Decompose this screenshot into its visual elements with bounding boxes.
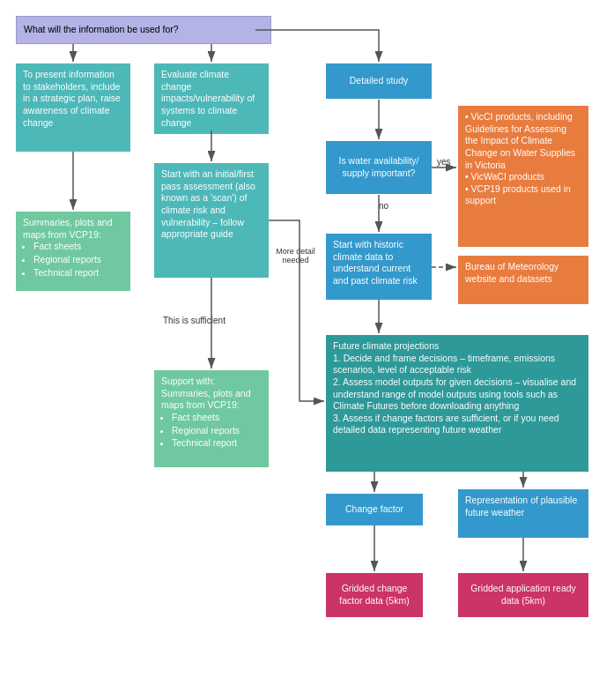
evaluate-box: Evaluate climate change impacts/vulnerab… xyxy=(154,63,269,134)
support-label: Support with: Summaries, plots and maps … xyxy=(161,376,251,410)
sufficient-label: This is sufficient xyxy=(163,316,226,325)
initial-box: Start with an initial/first pass assessm… xyxy=(154,163,269,278)
gridded-change-label: Gridded change factor data (5km) xyxy=(333,583,416,607)
gridded-change-box: Gridded change factor data (5km) xyxy=(326,573,423,617)
evaluate-label: Evaluate climate change impacts/vulnerab… xyxy=(161,69,255,128)
gridded-app-box: Gridded application ready data (5km) xyxy=(458,573,588,617)
initial-label: Start with an initial/first pass assessm… xyxy=(161,168,255,239)
more-detail-label: More detail needed xyxy=(271,247,320,264)
representation-box: Representation of plausible future weath… xyxy=(458,489,588,538)
water-box: Is water availability/ supply important? xyxy=(326,141,432,194)
historic-box: Start with historic climate data to unde… xyxy=(326,234,432,300)
question-label: What will the information be used for? xyxy=(24,24,179,36)
detailed-label: Detailed study xyxy=(350,75,409,87)
future-box: Future climate projections 1. Decide and… xyxy=(326,335,588,472)
bom-box: Bureau of Meteorology website and datase… xyxy=(458,256,588,304)
historic-label: Start with historic climate data to unde… xyxy=(333,239,418,286)
present-box: To present information to stakeholders, … xyxy=(16,63,130,152)
support-item-1: Fact sheets xyxy=(172,412,262,424)
summaries-label: Summaries, plots and maps from VCP19: xyxy=(23,217,113,240)
detailed-box: Detailed study xyxy=(326,63,432,99)
summaries-item-3: Technical report xyxy=(33,267,123,279)
no-label: no xyxy=(379,201,388,211)
gridded-app-label: Gridded application ready data (5km) xyxy=(465,583,581,607)
change-factor-label: Change factor xyxy=(345,503,403,516)
vicci-box: • VicCI products, including Guidelines f… xyxy=(458,106,588,247)
change-factor-box: Change factor xyxy=(326,494,423,525)
bom-label: Bureau of Meteorology website and datase… xyxy=(465,261,558,284)
summaries-box: Summaries, plots and maps from VCP19: Fa… xyxy=(16,212,130,291)
support-item-2: Regional reports xyxy=(172,425,262,437)
representation-label: Representation of plausible future weath… xyxy=(465,495,577,518)
support-item-3: Technical report xyxy=(172,437,262,450)
support-box: Support with: Summaries, plots and maps … xyxy=(154,370,269,467)
present-label: To present information to stakeholders, … xyxy=(23,69,121,128)
future-label: Future climate projections 1. Decide and… xyxy=(333,340,576,435)
summaries-item-1: Fact sheets xyxy=(33,241,123,253)
water-label: Is water availability/ supply important? xyxy=(333,155,425,179)
vicci-label: • VicCI products, including Guidelines f… xyxy=(465,111,575,205)
yes-label: yes xyxy=(437,157,451,167)
summaries-item-2: Regional reports xyxy=(33,254,123,266)
question-box: What will the information be used for? xyxy=(16,16,271,44)
